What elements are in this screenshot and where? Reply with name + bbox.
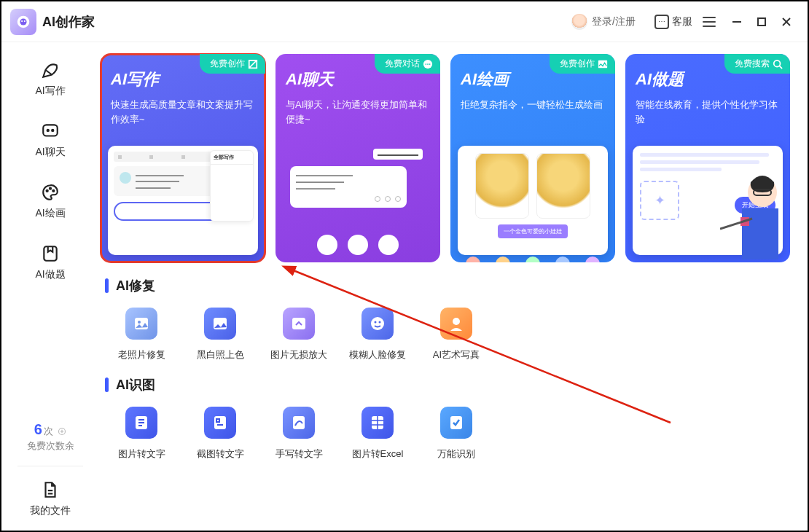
- close-button[interactable]: [774, 9, 799, 34]
- ocr-grid: 图片转文字 截图转文字 手写转文字 图片转Excel 万能识别: [99, 407, 800, 461]
- svg-rect-5: [758, 18, 765, 26]
- badge-free-create: 免费创作: [550, 54, 615, 74]
- svg-point-31: [138, 321, 141, 324]
- app-title: AI创作家: [42, 13, 95, 31]
- svg-point-2: [21, 20, 23, 21]
- svg-rect-25: [742, 208, 778, 259]
- nav-my-files[interactable]: 我的文件: [30, 480, 71, 517]
- search-icon: [773, 59, 783, 69]
- svg-rect-14: [44, 246, 56, 261]
- svg-rect-40: [293, 416, 305, 429]
- nav-ai-writing[interactable]: AI写作: [35, 60, 65, 98]
- card-desc: 智能在线教育，提供个性化学习体验: [636, 98, 780, 126]
- main-content: 免费创作 AI写作 快速生成高质量文章和文案提升写作效率~ ▬▬▬▬▬▬▬▬▬▬…: [99, 42, 808, 531]
- svg-rect-33: [292, 318, 305, 329]
- app-logo: [10, 9, 36, 35]
- tool-face-repair[interactable]: 模糊人脸修复: [348, 308, 407, 361]
- card-preview: 一个金色可爱的小娃娃: [458, 146, 608, 255]
- nav-ai-paint[interactable]: AI绘画: [35, 182, 65, 220]
- login-link[interactable]: 登录/注册: [592, 15, 636, 28]
- svg-point-19: [426, 63, 427, 65]
- tool-upscale[interactable]: 图片无损放大: [270, 308, 328, 361]
- svg-point-21: [429, 63, 431, 65]
- support-button[interactable]: ⋯ 客服: [650, 12, 697, 32]
- tool-handwriting-to-text[interactable]: 手写转文字: [270, 407, 328, 461]
- svg-point-13: [52, 190, 54, 192]
- svg-point-23: [774, 60, 781, 66]
- svg-point-10: [52, 130, 53, 131]
- svg-point-3: [24, 20, 26, 21]
- card-ai-paint[interactable]: 免费创作 AI绘画 拒绝复杂指令，一键轻松生成绘画 一个金色可爱的小娃娃: [450, 54, 615, 262]
- file-icon: [40, 480, 60, 500]
- section-title-repair: AI修复: [105, 277, 800, 294]
- svg-point-35: [375, 321, 377, 324]
- teacher-illustration: [720, 165, 786, 259]
- card-ai-writing[interactable]: 免费创作 AI写作 快速生成高质量文章和文案提升写作效率~ ▬▬▬▬▬▬▬▬▬▬…: [101, 54, 265, 262]
- svg-point-34: [371, 317, 384, 330]
- image-icon: [598, 59, 608, 69]
- section-title-ocr: AI识图: [105, 376, 800, 394]
- svg-point-20: [427, 63, 429, 65]
- dots-icon: [423, 59, 433, 69]
- svg-rect-8: [43, 125, 58, 136]
- tool-universal-ocr[interactable]: 万能识别: [427, 407, 485, 461]
- card-preview: ▬▬▬▬▬▬▬▬ ▬▬▬▬▬▬▬▬▬▬▬▬▬▬▬▬▬▬▬▬▬▬▬▬▬▬▬▬▬▬▬…: [283, 146, 433, 255]
- palette-icon: [40, 182, 60, 203]
- card-desc: 快速生成高质量文章和文案提升写作效率~: [111, 98, 255, 126]
- tool-screenshot-to-text[interactable]: 截图转文字: [191, 407, 249, 461]
- repair-grid: 老照片修复 黑白照上色 图片无损放大 模糊人脸修复 AI艺术写真: [99, 308, 800, 361]
- chat-bubble-icon: [40, 121, 60, 141]
- svg-point-1: [20, 18, 26, 25]
- tool-colorize[interactable]: 黑白照上色: [191, 308, 249, 361]
- nav-ai-homework[interactable]: AI做题: [35, 243, 65, 281]
- card-ai-homework[interactable]: 免费搜索 AI做题 智能在线教育，提供个性化学习体验 ✦ 开始生成: [625, 54, 790, 262]
- card-preview: ▬▬▬▬▬▬▬▬▬▬▬▬▬▬▬▬▬▬▬▬▬▬▬▬▬▬▬▬▬ 全部写作: [108, 146, 258, 255]
- nav-ai-chat[interactable]: AI聊天: [35, 121, 65, 159]
- card-desc: 拒绝复杂指令，一键轻松生成绘画: [461, 98, 605, 112]
- badge-free-search: 免费搜索: [724, 54, 790, 74]
- card-preview: ✦ 开始生成: [633, 146, 783, 255]
- plus-circle-icon: [58, 427, 66, 436]
- minimize-button[interactable]: [724, 9, 749, 34]
- avatar-icon[interactable]: [571, 14, 587, 30]
- card-ai-chat[interactable]: 免费对话 AI聊天 与AI聊天，让沟通变得更加简单和便捷~ ▬▬▬▬▬▬▬▬ ▬…: [275, 54, 440, 262]
- free-count[interactable]: 6次 免费次数余: [27, 421, 74, 453]
- header: AI创作家 登录/注册 ⋯ 客服: [1, 1, 808, 42]
- pen-icon: [40, 60, 60, 80]
- svg-point-11: [47, 190, 48, 192]
- svg-line-24: [780, 66, 783, 69]
- sidebar-divider: [17, 466, 83, 466]
- svg-point-37: [453, 318, 460, 325]
- chat-icon: ⋯: [654, 15, 669, 29]
- support-label: 客服: [672, 15, 692, 28]
- svg-point-36: [379, 321, 381, 324]
- maximize-button[interactable]: [749, 9, 774, 34]
- bookmark-square-icon: [40, 243, 60, 264]
- svg-point-9: [47, 130, 49, 131]
- tool-ai-portrait[interactable]: AI艺术写真: [427, 308, 485, 361]
- tool-old-photo-repair[interactable]: 老照片修复: [112, 308, 171, 361]
- tool-image-to-excel[interactable]: 图片转Excel: [348, 407, 407, 461]
- menu-icon[interactable]: [703, 17, 716, 27]
- tool-image-to-text[interactable]: 图片转文字: [112, 407, 171, 461]
- card-desc: 与AI聊天，让沟通变得更加简单和便捷~: [286, 98, 430, 126]
- svg-point-12: [50, 188, 51, 189]
- feature-cards: 免费创作 AI写作 快速生成高质量文章和文案提升写作效率~ ▬▬▬▬▬▬▬▬▬▬…: [99, 54, 800, 262]
- badge-free-create: 免费创作: [200, 54, 265, 74]
- badge-free-chat: 免费对话: [375, 54, 440, 74]
- edit-icon: [248, 59, 258, 69]
- sidebar: AI写作 AI聊天 AI绘画 AI做题 6次 免费次数余 我的文件: [1, 42, 99, 531]
